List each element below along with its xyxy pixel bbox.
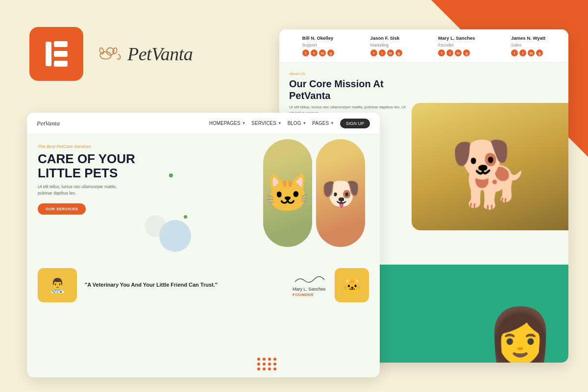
orange-dots-cluster: [257, 358, 277, 370]
hero-title: CARE OF YOUR LITTLE PETS: [38, 152, 364, 180]
testimonial-quote: "A Veterinary You And Your Little Friend…: [85, 281, 285, 289]
hero-cta-button[interactable]: OUR SERVICES: [38, 203, 86, 215]
social-icon: in: [319, 49, 326, 56]
brand-area: PetVanta: [98, 43, 193, 65]
social-icon: in: [455, 49, 462, 56]
mission-title: Our Core Mission AtPetVanta: [289, 78, 402, 101]
testimonial-signature: [293, 274, 327, 286]
dog-image: 🐕: [450, 142, 530, 206]
testimonial-section: 👨‍⚕️ "A Veterinary You And Your Little F…: [38, 262, 369, 308]
social-icon: t: [379, 49, 386, 56]
social-icon: g: [395, 49, 402, 56]
team-member-2: Jason F. Sisk Marketing f t in g: [370, 35, 402, 56]
main-mockup: PetVanta HOMEPAGES ▼ SERVICES ▼ BLOG ▼ P…: [27, 113, 380, 377]
signup-button[interactable]: SIGN UP: [340, 119, 370, 128]
brand-name: PetVanta: [127, 43, 193, 65]
social-icon: f: [511, 49, 518, 56]
nav-pages[interactable]: PAGES ▼: [312, 121, 334, 126]
nav-services[interactable]: SERVICES ▼: [251, 121, 281, 126]
team-member-4: James N. Wyatt Sales f t in g: [511, 35, 545, 56]
social-icon: f: [438, 49, 445, 56]
social-icon: g: [463, 49, 470, 56]
social-icon: in: [528, 49, 535, 56]
social-icon: f: [302, 49, 309, 56]
mockup-nav-logo: PetVanta: [37, 120, 60, 127]
social-icon: g: [327, 49, 334, 56]
team-strip: Bill N. Okelley Support f t in g Jason F…: [279, 29, 568, 63]
social-icon: in: [387, 49, 394, 56]
social-icon: f: [370, 49, 377, 56]
pet-icon: [98, 44, 122, 64]
social-icon: t: [519, 49, 526, 56]
testimonial-cat-photo: 🐱: [335, 268, 369, 302]
mockup-hero: The Best PetCare Services CARE OF YOUR L…: [27, 134, 380, 262]
team-member-1: Bill N. Okelley Support f t in g: [302, 35, 334, 56]
social-icon: t: [446, 49, 453, 56]
nav-blog[interactable]: BLOG ▼: [288, 121, 307, 126]
mockup-navbar: PetVanta HOMEPAGES ▼ SERVICES ▼ BLOG ▼ P…: [27, 113, 380, 134]
nav-links: HOMEPAGES ▼ SERVICES ▼ BLOG ▼ PAGES ▼ SI…: [209, 119, 370, 128]
svg-point-2: [99, 48, 104, 54]
team-member-3: Mary L. Sanches Founder f t in g: [438, 35, 475, 56]
testimonial-photo: 👨‍⚕️: [38, 268, 77, 302]
social-icon: g: [536, 49, 543, 56]
nav-homepages[interactable]: HOMEPAGES ▼: [209, 121, 246, 126]
hero-text: The Best PetCare Services CARE OF YOUR L…: [38, 144, 369, 257]
elementor-logo: [29, 27, 83, 81]
social-icon: t: [311, 49, 318, 56]
woman-image: 👩: [487, 309, 554, 363]
dog-photo-card: 🐕: [412, 103, 568, 230]
testimonial-author: Mary L. Sanches FOUNDER: [293, 274, 327, 297]
